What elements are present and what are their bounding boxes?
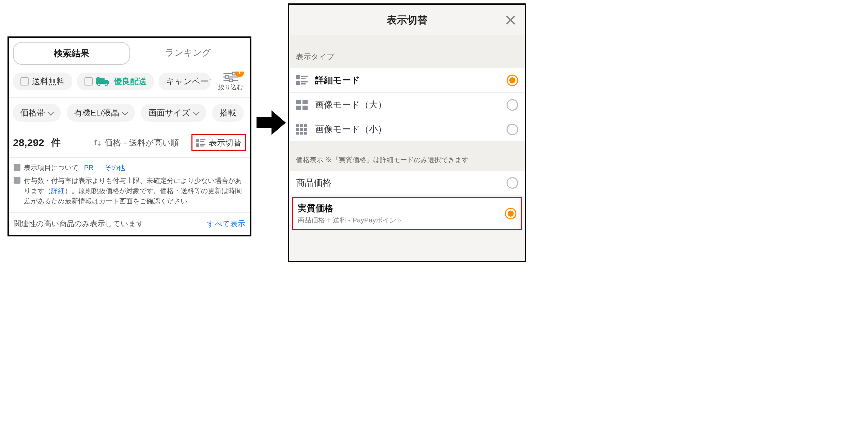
svg-rect-34 [304, 128, 307, 131]
spec-equipped-label: 搭載 [220, 107, 236, 118]
list-detail-icon [196, 139, 205, 147]
svg-rect-35 [296, 132, 299, 135]
grid-large-icon [296, 100, 308, 110]
mode-option-image-small[interactable]: 画像モード（小） [289, 117, 525, 142]
result-count: 28,292 [13, 137, 44, 149]
mode-detail-label: 詳細モード [315, 74, 360, 86]
chevron-down-icon [122, 109, 128, 115]
spec-row: 価格帯 有機EL/液晶 画面サイズ 搭載 [9, 98, 250, 128]
about-items-label: 表示項目について [24, 164, 78, 171]
radio-selected-icon [507, 75, 518, 86]
view-switch-modal: 表示切替 表示タイプ 詳細モード 画像モード（大） 画像モード（小） 価格表示 … [288, 3, 526, 262]
chevron-down-icon [193, 109, 200, 115]
effective-price-sublabel: 商品価格 + 送料 - PayPayポイント [298, 216, 403, 225]
svg-rect-37 [304, 132, 307, 135]
tab-search-results[interactable]: 検索結果 [13, 42, 130, 65]
filter-free-shipping[interactable]: 送料無料 [13, 73, 72, 90]
filter-campaign-label: キャンペーン [166, 76, 211, 87]
svg-rect-22 [296, 81, 300, 85]
result-row: 28,292件 価格＋送料が高い順 表示切替 [9, 128, 250, 157]
svg-rect-21 [301, 78, 306, 79]
related-row: 関連性の高い商品のみ表示しています すべて表示 [9, 212, 250, 235]
list-detail-icon [296, 75, 308, 86]
svg-point-2 [105, 83, 108, 86]
item-price-label: 商品価格 [296, 177, 331, 189]
spec-price-range[interactable]: 価格帯 [13, 104, 61, 122]
svg-rect-20 [301, 76, 308, 77]
sort-label: 価格＋送料が高い順 [105, 137, 179, 148]
radio-selected-icon [505, 208, 516, 219]
svg-rect-25 [296, 100, 301, 104]
close-button[interactable] [504, 13, 517, 27]
view-switch-button[interactable]: 表示切替 [191, 134, 246, 151]
info-line-1: i 表示項目について PR その他 [14, 162, 245, 173]
truck-icon [96, 77, 110, 86]
svg-point-1 [98, 83, 100, 86]
price-display-section-label: 価格表示 ※「実質価格」は詳細モードのみ選択できます [289, 142, 525, 171]
price-option-item-price[interactable]: 商品価格 [289, 171, 525, 195]
mode-option-detail[interactable]: 詳細モード [289, 68, 525, 93]
modal-header: 表示切替 [289, 5, 525, 35]
modal-title: 表示切替 [387, 13, 428, 27]
svg-rect-6 [232, 72, 235, 75]
filter-campaign[interactable]: キャンペーン [159, 73, 211, 90]
tab-row: 検索結果 ランキング [9, 38, 250, 65]
mode-image-small-label: 画像モード（小） [315, 123, 387, 135]
svg-rect-16 [200, 145, 204, 146]
spec-equipped[interactable]: 搭載 [212, 104, 244, 122]
display-type-section-label: 表示タイプ [289, 35, 525, 68]
svg-rect-30 [300, 124, 303, 127]
svg-rect-27 [296, 106, 301, 110]
grid-small-icon [296, 124, 308, 135]
svg-rect-8 [226, 76, 228, 78]
svg-rect-33 [300, 128, 303, 131]
effective-price-label: 実質価格 [298, 202, 403, 214]
detail-link[interactable]: 詳細 [51, 187, 65, 195]
spec-screen-size[interactable]: 画面サイズ [141, 104, 206, 122]
svg-rect-15 [200, 144, 205, 145]
svg-rect-28 [303, 106, 308, 110]
svg-rect-31 [304, 124, 307, 127]
related-text: 関連性の高い商品のみ表示しています [14, 219, 144, 229]
filter-premium-delivery-label: 優良配送 [114, 76, 146, 87]
svg-rect-13 [200, 141, 204, 142]
svg-rect-12 [200, 139, 205, 140]
filter-free-shipping-label: 送料無料 [32, 76, 65, 87]
svg-rect-36 [300, 132, 303, 135]
svg-rect-14 [196, 143, 199, 147]
show-all-link[interactable]: すべて表示 [207, 219, 245, 229]
divider [99, 165, 99, 171]
spec-screen-size-label: 画面サイズ [149, 107, 190, 118]
view-switch-label: 表示切替 [209, 137, 242, 148]
other-link[interactable]: その他 [105, 164, 125, 171]
tab-ranking[interactable]: ランキング [130, 42, 246, 65]
checkbox-icon [84, 77, 93, 86]
svg-rect-10 [230, 79, 232, 82]
narrow-down-label: 絞り込む [215, 83, 246, 91]
search-results-panel: 検索結果 ランキング 送料無料 優良配送 キャンペーン 1 絞り込む [7, 36, 251, 236]
mode-option-image-large[interactable]: 画像モード（大） [289, 93, 525, 117]
spec-panel-type-label: 有機EL/液晶 [74, 107, 119, 118]
svg-rect-19 [296, 75, 300, 79]
filter-sliders-icon: 1 [223, 72, 238, 82]
info-icon: i [14, 177, 20, 184]
result-unit: 件 [51, 136, 61, 149]
narrow-down-button[interactable]: 1 絞り込む [215, 72, 246, 91]
radio-unselected-icon [507, 124, 518, 135]
filter-premium-delivery[interactable]: 優良配送 [77, 73, 154, 90]
svg-rect-24 [301, 83, 306, 84]
info-block: i 表示項目について PR その他 i 付与数・付与率は表示よりも付与上限、未確… [9, 158, 250, 212]
price-option-effective-highlight: 実質価格 商品価格 + 送料 - PayPayポイント [292, 197, 522, 230]
sort-selector[interactable]: 価格＋送料が高い順 [94, 137, 179, 148]
divider [185, 138, 185, 148]
radio-unselected-icon [507, 99, 518, 111]
price-option-effective-price[interactable]: 実質価格 商品価格 + 送料 - PayPayポイント [293, 198, 521, 229]
spec-panel-type[interactable]: 有機EL/液晶 [67, 104, 135, 122]
chevron-down-icon [47, 109, 54, 115]
pr-link[interactable]: PR [84, 164, 94, 171]
filter-row: 送料無料 優良配送 キャンペーン 1 絞り込む [9, 72, 250, 97]
sort-arrows-icon [94, 139, 101, 147]
arrow-right-icon [257, 109, 286, 136]
svg-rect-26 [303, 100, 308, 104]
info-icon: i [14, 164, 20, 171]
